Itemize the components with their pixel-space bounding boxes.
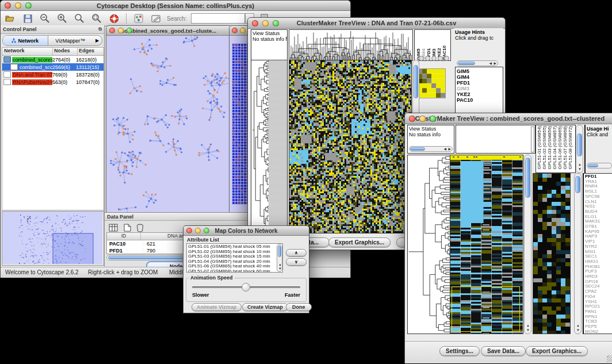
network-table-row[interactable]: RNAPuberNov2+|563(0)107847(0): [2, 78, 104, 86]
close-button[interactable]: [186, 228, 192, 233]
minimize-button[interactable]: [419, 116, 426, 122]
tv2-heatmap-vscrollbar[interactable]: ▲▼: [524, 155, 531, 334]
faster-label: Faster: [285, 292, 300, 298]
tab-network[interactable]: Network: [3, 36, 48, 45]
network-table: Network Nodes Edges combined_scores2764(…: [2, 47, 104, 210]
gene-label[interactable]: GIM3: [457, 86, 502, 91]
open-file-icon[interactable]: [4, 13, 17, 24]
network-tab-icon: [12, 38, 16, 43]
cell-value: 790: [143, 248, 155, 254]
tv1-row-dendrogram[interactable]: [251, 60, 288, 233]
tv1-column-dendrogram[interactable]: [289, 29, 413, 61]
network-table-row[interactable]: DNA and Tran 07769(0)183728(0): [2, 71, 104, 78]
tv2-status-hscrollbar[interactable]: ◀▶: [409, 146, 453, 152]
tv1-heatmap[interactable]: [289, 60, 412, 233]
move-up-button[interactable]: ∧: [286, 249, 307, 256]
gene-label[interactable]: GIM5: [457, 68, 502, 74]
tv2-view-status-panel: View Status No status info ◀▶: [407, 125, 454, 154]
tv1-export-graphics-button[interactable]: Export Graphics...: [328, 237, 391, 247]
resize-grip[interactable]: [607, 355, 612, 362]
toolbar-separator: [126, 13, 127, 24]
tv1-labels-hscrollbar[interactable]: ◀▶: [457, 60, 498, 66]
tv2-labels-vscrollbar[interactable]: ▲▼: [576, 125, 583, 173]
tv1-zoom-icon[interactable]: [425, 56, 430, 61]
close-button[interactable]: [409, 116, 415, 122]
animate-vizmap-button[interactable]: Animate Vizmap: [192, 303, 242, 311]
save-icon[interactable]: [21, 13, 34, 24]
annotation-icon[interactable]: [150, 13, 162, 24]
zoom-selected-icon[interactable]: [90, 13, 103, 24]
network-table-row[interactable]: combined_sco2569(6)13112(15): [2, 63, 104, 71]
tv2-heatmap[interactable]: [450, 155, 523, 334]
slower-label: Slower: [192, 292, 209, 298]
zoom-fit-icon[interactable]: [73, 13, 86, 24]
tv2-settings-button[interactable]: Settings...: [439, 346, 480, 356]
gene-label[interactable]: PFD1: [457, 80, 502, 86]
tv1-mini-toolbar: [419, 56, 449, 61]
animation-speed-label: Animation Speed: [189, 275, 235, 281]
minimize-button[interactable]: [240, 28, 246, 33]
network-table-header[interactable]: Network Nodes Edges: [2, 48, 104, 56]
tv2-zoom-vscrollbar[interactable]: ▲▼: [574, 173, 582, 334]
zoom-out-icon[interactable]: [39, 13, 51, 24]
tv1-zoom-icon[interactable]: [438, 56, 443, 61]
file-icon: [3, 79, 11, 85]
tab-overflow-arrow[interactable]: ▶: [93, 38, 102, 43]
tv1-zoom-icon[interactable]: [431, 56, 437, 61]
zoom-button[interactable]: [273, 20, 279, 26]
col-id[interactable]: ID: [107, 233, 141, 240]
new-attribute-icon[interactable]: [121, 222, 133, 233]
gene-label[interactable]: YKE2: [457, 91, 502, 97]
tab-vizmapper[interactable]: VizMapper™: [48, 38, 93, 44]
tv2-column-tree-panel[interactable]: [456, 125, 536, 154]
network-name: DNA and Tran 07: [12, 72, 52, 78]
done-button[interactable]: Done: [286, 303, 312, 311]
move-down-button[interactable]: ∨: [286, 258, 307, 266]
main-titlebar[interactable]: Cytoscape Desktop (Session Name: collins…: [1, 1, 350, 11]
close-button[interactable]: [232, 28, 238, 33]
help-lifesaver-icon[interactable]: [108, 13, 120, 24]
search-input[interactable]: [191, 13, 245, 24]
network-overview[interactable]: [2, 211, 104, 266]
attribute-list-item[interactable]: GPL51-07 (GSM868) heat shock 60 min: [188, 269, 281, 273]
tv2-row-dendrogram[interactable]: [407, 155, 451, 334]
search-label: Search:: [167, 16, 186, 22]
network-table-row[interactable]: combined_scores2764(0)16218(0): [2, 56, 104, 63]
network-name: combined_sco: [19, 64, 52, 70]
close-button[interactable]: [252, 20, 258, 26]
zoom-button[interactable]: [204, 228, 209, 233]
close-button[interactable]: [5, 2, 11, 9]
attribute-list-vscrollbar[interactable]: ▲▼: [277, 244, 282, 272]
zoom-button[interactable]: [25, 2, 32, 9]
tv2-usage-hints-line1: Usage Hi: [587, 126, 612, 132]
create-vizmap-button[interactable]: Create Vizmap: [242, 303, 288, 311]
file-icon: [3, 71, 11, 78]
zoom-button[interactable]: [127, 28, 132, 33]
tv2-save-data-button[interactable]: Save Data...: [481, 346, 526, 356]
zoom-in-icon[interactable]: [56, 13, 68, 24]
minimize-button[interactable]: [118, 28, 124, 33]
minimize-button[interactable]: [262, 20, 269, 26]
tv1-zoom-icon[interactable]: [419, 56, 424, 61]
close-button[interactable]: [109, 28, 115, 33]
vizmap-icon[interactable]: [132, 13, 145, 24]
treeview1-title: ClusterMaker TreeView : DNA and Tran 07-…: [248, 20, 505, 26]
tv2-export-graphics-button[interactable]: Export Graphics...: [526, 346, 588, 356]
delete-attribute-icon[interactable]: [133, 222, 146, 233]
minimize-button[interactable]: [15, 2, 21, 9]
gene-label[interactable]: GIM4: [457, 74, 502, 80]
tv2-usage-hscrollbar[interactable]: [587, 163, 612, 168]
attribute-listbox[interactable]: GPL51-01 (GSM854) heat shock 05 minGPL51…: [186, 243, 283, 273]
network-view-canvas[interactable]: [106, 36, 230, 214]
zoom-button[interactable]: [430, 116, 436, 122]
minimize-button[interactable]: [195, 228, 201, 233]
network-view-window: combined_scores_good.txt--cluste...: [106, 25, 232, 215]
speed-slider-thumb[interactable]: [242, 283, 250, 292]
gene-label[interactable]: MON2: [585, 329, 612, 334]
tv2-zoom-heatmap[interactable]: [533, 173, 571, 334]
tv1-summary-matrix[interactable]: [417, 68, 446, 98]
table-grid-icon[interactable]: [107, 222, 120, 233]
gene-label[interactable]: PAC10: [457, 97, 502, 103]
float-panel-icon[interactable]: ⧉: [98, 26, 102, 32]
tv1-zoom-icon[interactable]: [444, 56, 449, 61]
